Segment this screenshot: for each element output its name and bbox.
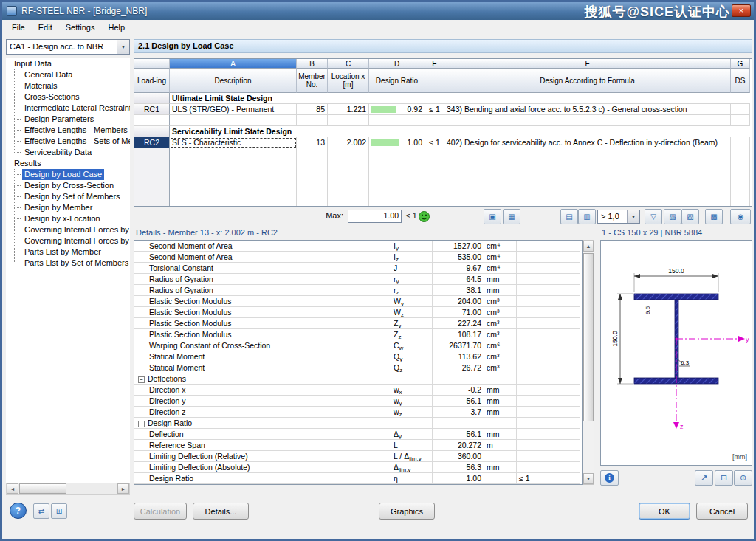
detail-unit: mm bbox=[484, 462, 517, 473]
cell-description[interactable]: ULS (STR/GEO) - Permanent bbox=[170, 104, 297, 115]
design-case-selector[interactable]: CA1 - Design acc. to NBR ▼ bbox=[6, 39, 130, 55]
tree-item-design-by-cross-section[interactable]: Design by Cross-Section bbox=[6, 180, 130, 191]
tree-item-parts-list-sets[interactable]: Parts List by Set of Members bbox=[6, 258, 130, 269]
filter-icon-button[interactable]: ▽ bbox=[645, 209, 662, 224]
cell-location[interactable]: 2.002 bbox=[328, 137, 369, 148]
detail-symbol: ry bbox=[391, 274, 433, 285]
tree-item-input-data[interactable]: Input Data bbox=[6, 58, 130, 69]
section-info-button[interactable]: i bbox=[600, 470, 619, 486]
tree-item-design-by-set-of-members[interactable]: Design by Set of Members bbox=[6, 191, 130, 202]
chevron-down-icon[interactable]: ▼ bbox=[627, 210, 639, 223]
cell-member[interactable]: 85 bbox=[297, 104, 328, 115]
cell-limit[interactable]: ≤ 1 bbox=[425, 137, 444, 148]
help-button[interactable]: ? bbox=[10, 503, 27, 519]
table-settings-button[interactable]: ▥ bbox=[578, 209, 596, 224]
cell-formula[interactable]: 343) Bending and axial force acc. to 5.5… bbox=[444, 104, 731, 115]
section-zoom-button[interactable]: ⊕ bbox=[734, 470, 752, 486]
details-title: Details - Member 13 - x: 2.002 m - RC2 bbox=[136, 228, 278, 237]
collapse-icon[interactable]: − bbox=[138, 421, 145, 427]
tree-item-governing-forces-sets[interactable]: Governing Internal Forces by S bbox=[6, 235, 130, 247]
scroll-right-icon[interactable]: ► bbox=[117, 483, 129, 494]
results-table: A B C D E F G Load-ing Description Membe… bbox=[134, 58, 752, 207]
detail-label: Warping Constant of Cross-Section bbox=[134, 340, 391, 351]
column-letter-c[interactable]: C bbox=[328, 59, 369, 69]
chevron-down-icon[interactable]: ▼ bbox=[117, 40, 129, 54]
view-in-graphic-button[interactable]: ▣ bbox=[484, 209, 501, 224]
graphics-button[interactable]: Graphics bbox=[379, 503, 435, 520]
visibility-eye-button[interactable]: ◉ bbox=[730, 209, 751, 224]
cell-design-ratio[interactable]: 0.92 bbox=[369, 104, 425, 115]
ok-button[interactable]: OK bbox=[639, 503, 690, 520]
column-letter-d[interactable]: D bbox=[369, 59, 425, 69]
row-head-rc1[interactable]: RC1 bbox=[134, 104, 170, 115]
tree-item-design-parameters[interactable]: Design Parameters bbox=[6, 114, 130, 125]
tree-item-design-by-x-location[interactable]: Design by x-Location bbox=[6, 213, 130, 224]
menu-file[interactable]: File bbox=[5, 21, 32, 33]
detail-value: 56.1 bbox=[433, 429, 484, 440]
collapse-icon[interactable]: − bbox=[138, 376, 145, 383]
print-button[interactable]: ▧ bbox=[681, 209, 699, 224]
tree-item-design-by-load-case[interactable]: Design by Load Case bbox=[6, 169, 130, 180]
details-vertical-scrollbar[interactable]: ▲ ▼ bbox=[583, 240, 594, 485]
cell-location[interactable]: 1.221 bbox=[328, 104, 369, 115]
ratio-bar bbox=[371, 106, 396, 113]
tree-item-effective-lengths-sets[interactable]: Effective Lengths - Sets of Mem bbox=[6, 136, 130, 147]
tree-item-serviceability-data[interactable]: Serviceability Data bbox=[6, 147, 130, 158]
cell-member[interactable]: 13 bbox=[297, 137, 328, 148]
parameters-button[interactable]: ▩ bbox=[705, 209, 723, 224]
scroll-down-icon[interactable]: ▼ bbox=[583, 473, 594, 484]
ratio-filter-dropdown[interactable]: > 1,0 ▼ bbox=[597, 210, 640, 224]
column-letter-a[interactable]: A bbox=[170, 59, 297, 69]
tree-horizontal-scrollbar[interactable]: ◄ ► bbox=[6, 483, 130, 495]
svg-text:z: z bbox=[680, 423, 684, 430]
cell-formula[interactable]: 402) Design for serviceability acc. to A… bbox=[444, 137, 731, 148]
cell-design-ratio[interactable]: 1.00 bbox=[369, 137, 425, 148]
detail-label: Elastic Section Modulus bbox=[134, 296, 391, 307]
export-table-button[interactable]: ▤ bbox=[560, 209, 578, 224]
detail-group-design-ratio[interactable]: −Design Ratio bbox=[134, 418, 391, 429]
cell-limit[interactable]: ≤ 1 bbox=[425, 104, 444, 115]
tree-item-cross-sections[interactable]: Cross-Sections bbox=[6, 92, 130, 103]
menu-edit[interactable]: Edit bbox=[32, 21, 59, 33]
tree-item-effective-lengths-members[interactable]: Effective Lengths - Members bbox=[6, 125, 130, 136]
cell-description-selected[interactable]: SLS - Characteristic bbox=[170, 137, 297, 148]
detail-label: Second Moment of Area bbox=[134, 241, 391, 252]
column-letter-f[interactable]: F bbox=[444, 59, 731, 69]
detail-symbol: Δy bbox=[391, 429, 433, 440]
section-fit-view-button[interactable]: ⊡ bbox=[715, 470, 733, 486]
detail-label: Plastic Section Modulus bbox=[134, 329, 391, 340]
column-letter-b[interactable]: B bbox=[297, 59, 328, 69]
cell-ds[interactable] bbox=[731, 137, 750, 148]
scrollbar-thumb[interactable] bbox=[19, 483, 66, 494]
tree-item-parts-list-member[interactable]: Parts List by Member bbox=[6, 247, 130, 258]
jump-to-graphic-button[interactable]: ⇄ bbox=[33, 503, 49, 519]
scroll-up-icon[interactable]: ▲ bbox=[583, 241, 594, 252]
open-window-button[interactable]: ⊞ bbox=[51, 503, 67, 519]
close-button[interactable]: × bbox=[732, 4, 751, 17]
detail-unit: cm³ bbox=[484, 296, 517, 307]
section-export-button[interactable]: ↗ bbox=[695, 470, 713, 486]
cancel-button[interactable]: Cancel bbox=[696, 503, 748, 520]
menu-bar: File Edit Settings Help bbox=[2, 20, 754, 35]
menu-settings[interactable]: Settings bbox=[59, 21, 102, 33]
color-scale-button[interactable]: ▨ bbox=[664, 209, 681, 224]
tree-item-materials[interactable]: Materials bbox=[6, 80, 130, 92]
scroll-left-icon[interactable]: ◄ bbox=[7, 483, 18, 494]
menu-help[interactable]: Help bbox=[101, 21, 131, 33]
tree-item-intermediate-lateral-restraints[interactable]: Intermediate Lateral Restraints bbox=[6, 103, 130, 114]
scrollbar-thumb[interactable] bbox=[583, 253, 594, 421]
row-head-rc2[interactable]: RC2 bbox=[134, 137, 170, 148]
detail-symbol: L / Δlim,y bbox=[391, 451, 433, 462]
tree-item-results[interactable]: Results bbox=[6, 158, 130, 169]
tree-item-governing-forces-members[interactable]: Governing Internal Forces by M bbox=[6, 224, 130, 235]
column-letter-g[interactable]: G bbox=[731, 59, 750, 69]
detail-group-deflections[interactable]: −Deflections bbox=[134, 373, 391, 385]
cell-ds[interactable] bbox=[731, 104, 750, 115]
navigator-tree: Input Data General Data Materials Cross-… bbox=[6, 58, 130, 483]
details-button[interactable]: Details... bbox=[193, 503, 249, 520]
header-loading: Load-ing bbox=[134, 69, 170, 93]
column-letter-e[interactable]: E bbox=[425, 59, 444, 69]
result-diagrams-button[interactable]: ▦ bbox=[503, 209, 520, 224]
tree-item-general-data[interactable]: General Data bbox=[6, 69, 130, 80]
tree-item-design-by-member[interactable]: Design by Member bbox=[6, 202, 130, 213]
